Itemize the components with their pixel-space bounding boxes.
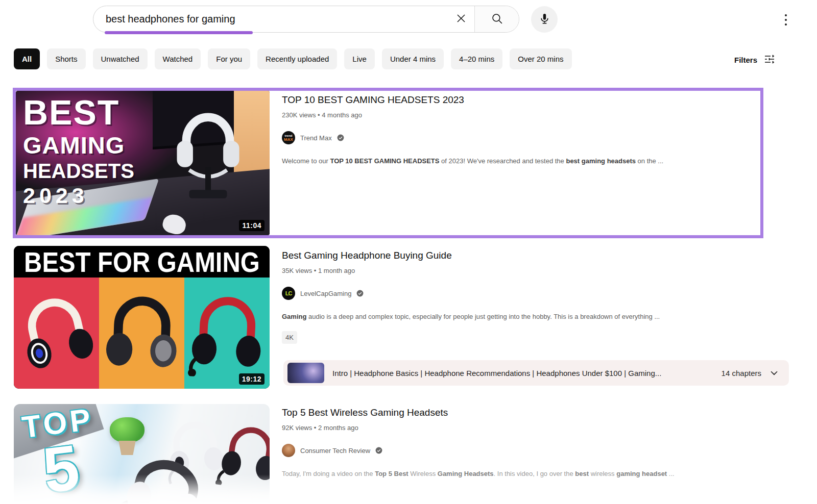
search-button[interactable] — [475, 6, 519, 32]
clear-search-button[interactable] — [448, 6, 474, 32]
filter-chip-bar: All Shorts Unwatched Watched For you Rec… — [14, 48, 572, 69]
filter-chip-under-4-mins[interactable]: Under 4 mins — [382, 48, 444, 69]
headphone-illustration — [186, 286, 268, 380]
video-description: Welcome to our TOP 10 BEST GAMING HEADSE… — [282, 157, 757, 166]
video-description: Gaming audio is a deep and complex topic… — [282, 312, 757, 321]
close-icon — [454, 12, 468, 27]
video-title[interactable]: TOP 10 BEST GAMING HEADSETS 2023 — [282, 94, 762, 106]
chapters-bar[interactable]: Intro | Headphone Basics | Headphone Rec… — [283, 360, 789, 386]
filters-label: Filters — [734, 56, 757, 64]
channel-avatar[interactable] — [282, 444, 295, 457]
headset-illustration — [161, 98, 255, 205]
duration-badge: 11:04 — [239, 220, 265, 231]
thumbnail-title-text: BEST GAMING HEADSETS 2023 — [23, 95, 134, 207]
channel-name[interactable]: Consumer Tech Review — [300, 447, 370, 455]
thumbnail-plant-decor — [110, 417, 145, 443]
headphone-illustration — [217, 417, 270, 491]
quality-badge: 4K — [282, 331, 297, 344]
video-meta: 230K views • 4 months ago — [282, 111, 762, 119]
filter-chip-all[interactable]: All — [14, 48, 40, 69]
headphone-illustration — [17, 288, 96, 379]
search-icon — [491, 12, 503, 27]
thumbnail-banner-text: BEST FOR GAMING — [14, 246, 270, 278]
search-input[interactable] — [93, 6, 448, 32]
kebab-icon — [785, 14, 787, 26]
video-description: Today, I'm doing a video on the Top 5 Be… — [282, 469, 757, 478]
chapters-count: 14 chapters — [722, 369, 761, 377]
verified-badge-icon — [337, 134, 344, 141]
video-meta: 35K views • 1 month ago — [282, 267, 762, 274]
channel-row[interactable]: Consumer Tech Review — [282, 444, 762, 457]
verified-badge-icon — [375, 447, 382, 454]
channel-row[interactable]: LC LevelCapGaming — [282, 287, 762, 300]
video-details-2: Best Gaming Headphone Buying Guide 35K v… — [282, 249, 762, 321]
video-thumbnail-3[interactable]: TOP 5 — [14, 404, 270, 504]
filter-chip-watched[interactable]: Watched — [155, 48, 201, 69]
chevron-down-icon[interactable] — [768, 367, 780, 379]
video-thumbnail-2[interactable]: BEST FOR GAMING — [14, 246, 270, 389]
headphone-illustration — [101, 286, 183, 380]
filter-chip-live[interactable]: Live — [344, 48, 375, 69]
channel-avatar[interactable]: trend MAX — [282, 131, 295, 144]
video-details-3: Top 5 Best Wireless Gaming Headsets 92K … — [282, 407, 762, 478]
search-bar — [93, 6, 519, 33]
verified-badge-icon — [356, 290, 364, 297]
filter-chip-recently-uploaded[interactable]: Recently uploaded — [257, 48, 337, 69]
video-title[interactable]: Best Gaming Headphone Buying Guide — [282, 249, 762, 262]
filters-button[interactable]: Filters — [734, 53, 776, 66]
filter-chip-over-20-mins[interactable]: Over 20 mins — [510, 48, 571, 69]
filter-chip-unwatched[interactable]: Unwatched — [93, 48, 148, 69]
channel-name[interactable]: LevelCapGaming — [300, 290, 351, 297]
channel-row[interactable]: trend MAX Trend Max — [282, 131, 762, 144]
mic-icon — [538, 12, 551, 27]
filter-chip-for-you[interactable]: For you — [208, 48, 250, 69]
channel-avatar[interactable]: LC — [282, 287, 295, 300]
mic-button[interactable] — [531, 6, 558, 33]
tune-icon — [763, 53, 776, 67]
channel-name[interactable]: Trend Max — [300, 134, 332, 142]
thumbnail-title-text: 5 — [40, 435, 83, 502]
thumbnail-panels-decor — [14, 278, 270, 389]
headphone-illustration — [122, 453, 209, 504]
more-options-button[interactable] — [778, 11, 794, 29]
search-underline — [105, 31, 253, 34]
chapters-thumbnail — [287, 363, 324, 383]
filter-chip-4-20-mins[interactable]: 4–20 mins — [451, 48, 502, 69]
video-thumbnail-1[interactable]: BEST GAMING HEADSETS 2023 11:04 — [16, 91, 270, 235]
duration-badge: 19:12 — [239, 373, 265, 385]
chapters-list-text: Intro | Headphone Basics | Headphone Rec… — [332, 369, 712, 377]
video-title[interactable]: Top 5 Best Wireless Gaming Headsets — [282, 407, 762, 419]
filter-chip-shorts[interactable]: Shorts — [47, 48, 85, 69]
video-meta: 92K views • 2 months ago — [282, 424, 762, 432]
video-details-1: TOP 10 BEST GAMING HEADSETS 2023 230K vi… — [282, 94, 762, 166]
